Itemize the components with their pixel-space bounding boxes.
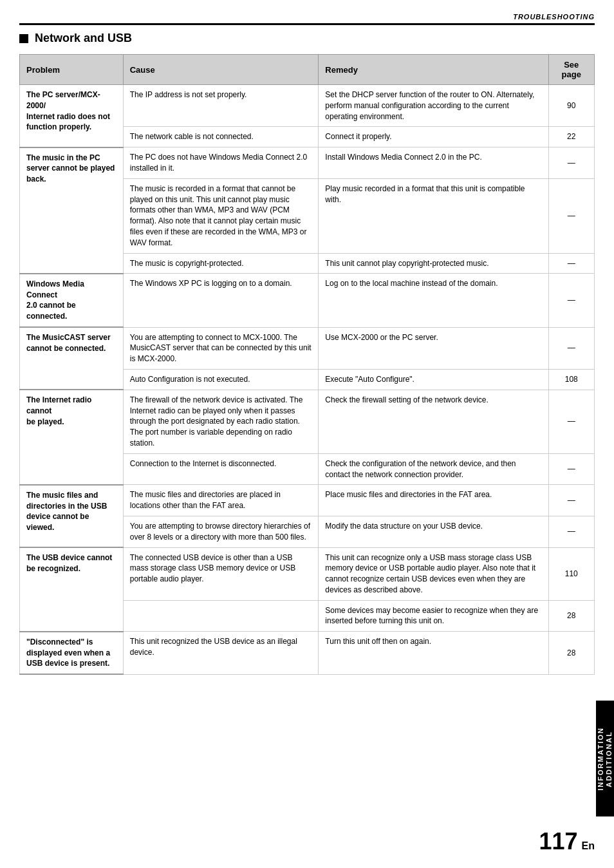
cause-cell: Auto Configuration is not executed.	[123, 369, 319, 390]
cause-cell: The IP address is not set properly.	[123, 85, 319, 127]
section-label: TROUBLESHOOTING	[513, 13, 595, 21]
see-page-cell: —	[548, 274, 594, 327]
remedy-cell: Some devices may become easier to recogn…	[319, 600, 548, 632]
page-lang: En	[582, 840, 595, 852]
see-page-cell: —	[548, 453, 594, 485]
problem-cell: The MusicCAST servercannot be connected.	[20, 327, 124, 390]
cause-cell: You are attempting to connect to MCX-100…	[123, 327, 319, 369]
remedy-cell: Use MCX-2000 or the PC server.	[319, 327, 548, 369]
table-row: The music files anddirectories in the US…	[20, 485, 595, 516]
cause-cell: The music is recorded in a format that c…	[123, 178, 319, 253]
sidebar-text: ADDITIONALINFORMATION	[597, 727, 613, 791]
cause-cell: Connection to the Internet is disconnect…	[123, 453, 319, 485]
cause-cell: The connected USB device is other than a…	[123, 547, 319, 600]
table-row: The USB device cannotbe recognized.The c…	[20, 547, 595, 600]
col-header-remedy: Remedy	[319, 55, 548, 85]
troubleshooting-table: Problem Cause Remedy Seepage The PC serv…	[19, 54, 595, 675]
table-row: The music in the PCserver cannot be play…	[20, 147, 595, 179]
remedy-cell: Execute "Auto Configure".	[319, 369, 548, 390]
remedy-cell: Check the firewall setting of the networ…	[319, 390, 548, 453]
problem-cell: The music files anddirectories in the US…	[20, 485, 124, 547]
page-number: 117	[539, 828, 577, 855]
page-header: TROUBLESHOOTING	[19, 13, 595, 25]
see-page-cell: —	[548, 147, 594, 179]
problem-cell: The USB device cannotbe recognized.	[20, 547, 124, 632]
table-row: The PC server/MCX-2000/Internet radio do…	[20, 85, 595, 127]
cause-cell: The Windows XP PC is logging on to a dom…	[123, 274, 319, 327]
see-page-cell: 22	[548, 127, 594, 147]
see-page-cell: 110	[548, 547, 594, 600]
remedy-cell: Place music files and directories in the…	[319, 485, 548, 516]
sidebar-additional-info: ADDITIONALINFORMATION	[596, 701, 614, 816]
see-page-cell: —	[548, 485, 594, 516]
problem-cell: The PC server/MCX-2000/Internet radio do…	[20, 85, 124, 147]
col-header-problem: Problem	[20, 55, 124, 85]
remedy-cell: Turn this unit off then on again.	[319, 632, 548, 674]
remedy-cell: Play music recorded in a format that thi…	[319, 178, 548, 253]
see-page-cell: —	[548, 253, 594, 274]
problem-cell: The Internet radio cannotbe played.	[20, 390, 124, 485]
remedy-cell: This unit can recognize only a USB mass …	[319, 547, 548, 600]
cause-cell	[123, 600, 319, 632]
col-header-see: Seepage	[548, 55, 594, 85]
see-page-cell: —	[548, 390, 594, 453]
see-page-cell: 28	[548, 600, 594, 632]
title-square-icon	[19, 34, 28, 43]
section-title-area: Network and USB	[19, 32, 595, 45]
table-row: The MusicCAST servercannot be connected.…	[20, 327, 595, 369]
see-page-cell: —	[548, 516, 594, 547]
cause-cell: The PC does not have Windows Media Conne…	[123, 147, 319, 179]
cause-cell: You are attempting to browse directory h…	[123, 516, 319, 547]
remedy-cell: Modify the data structure on your USB de…	[319, 516, 548, 547]
see-page-cell: 108	[548, 369, 594, 390]
cause-cell: The music is copyright-protected.	[123, 253, 319, 274]
cause-cell: The music files and directories are plac…	[123, 485, 319, 516]
table-row: The Internet radio cannotbe played.The f…	[20, 390, 595, 453]
problem-cell: "Disconnected" isdisplayed even when aUS…	[20, 632, 124, 674]
table-row: Windows Media Connect2.0 cannot be conne…	[20, 274, 595, 327]
cause-cell: The network cable is not connected.	[123, 127, 319, 147]
remedy-cell: Connect it properly.	[319, 127, 548, 147]
page-number-area: 117 En	[539, 828, 595, 855]
section-title-text: Network and USB	[35, 32, 132, 45]
cause-cell: The firewall of the network device is ac…	[123, 390, 319, 453]
see-page-cell: —	[548, 327, 594, 369]
table-row: "Disconnected" isdisplayed even when aUS…	[20, 632, 595, 674]
remedy-cell: Set the DHCP server function of the rout…	[319, 85, 548, 127]
remedy-cell: Log on to the local machine instead of t…	[319, 274, 548, 327]
see-page-cell: —	[548, 178, 594, 253]
remedy-cell: Install Windows Media Connect 2.0 in the…	[319, 147, 548, 179]
remedy-cell: Check the configuration of the network d…	[319, 453, 548, 485]
remedy-cell: This unit cannot play copyright-protecte…	[319, 253, 548, 274]
problem-cell: Windows Media Connect2.0 cannot be conne…	[20, 274, 124, 327]
see-page-cell: 90	[548, 85, 594, 127]
see-page-cell: 28	[548, 632, 594, 674]
problem-cell: The music in the PCserver cannot be play…	[20, 147, 124, 274]
cause-cell: This unit recognized the USB device as a…	[123, 632, 319, 674]
col-header-cause: Cause	[123, 55, 319, 85]
